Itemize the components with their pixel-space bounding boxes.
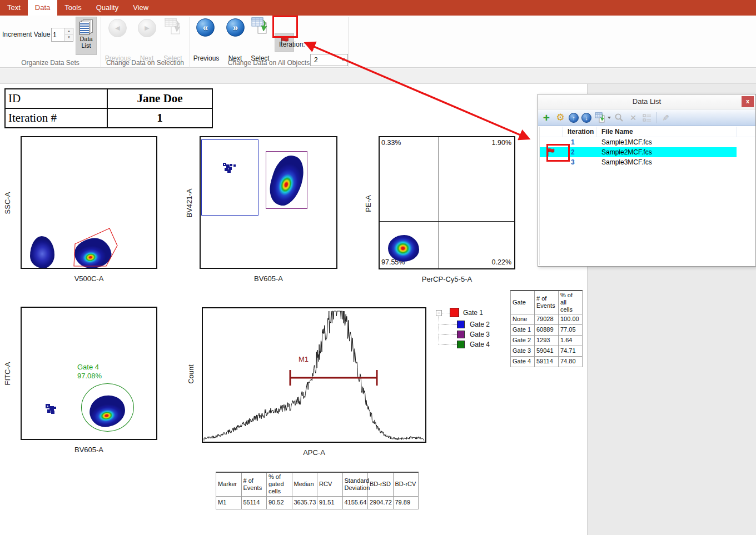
spinner-down-icon[interactable]: ▼ (65, 34, 73, 41)
export-icon[interactable] (594, 112, 605, 123)
data-list-row[interactable]: 1Sample1MCF.fcs (540, 137, 755, 147)
id-info-table: ID Jane Doe Iteration # 1 (4, 88, 213, 128)
data-list-title: Data List (538, 97, 755, 106)
increment-value-label: Increment Value (2, 31, 51, 38)
move-down-icon[interactable]: ↓ (581, 113, 591, 123)
table-cell: Gate 2 (511, 335, 535, 346)
tree-line (439, 324, 457, 325)
previous-selection-button-disabled: ◀ (108, 19, 127, 37)
table-row: Gate 212931.64 (511, 335, 583, 346)
tab-quality[interactable]: Quality (89, 0, 126, 16)
tree-collapse-icon[interactable]: − (436, 310, 442, 316)
sparse-population-dots (47, 406, 48, 407)
gate-color-swatch[interactable] (457, 341, 465, 348)
info-id-label: ID (5, 89, 107, 108)
quadrant-divider-vertical[interactable] (439, 137, 439, 268)
polygon-gate[interactable] (22, 137, 156, 268)
gate-color-swatch[interactable] (457, 321, 465, 328)
move-up-icon[interactable]: ↑ (569, 113, 579, 123)
table-cell: 59114 (535, 356, 559, 367)
table-cell: 4155.64 (342, 496, 368, 509)
plot-ssc-v500c[interactable] (21, 136, 157, 269)
data-list-row[interactable]: 2Sample2MCF.fcs (540, 147, 755, 157)
plot2-y-axis-label: BV421-A (185, 184, 193, 223)
previous-all-button[interactable]: « (196, 18, 215, 37)
search-icon (614, 112, 625, 123)
spill-cell (737, 137, 755, 147)
flag-column-header[interactable] (540, 127, 563, 137)
column-header: % of all cells (559, 291, 583, 314)
data-list-button-label-2: List (76, 42, 96, 49)
gear-icon[interactable]: ⚙ (555, 112, 566, 123)
iteration-column-header[interactable]: Iteration (563, 127, 597, 137)
ribbon-canvas-gap (0, 68, 756, 84)
chevron-down-icon[interactable] (608, 117, 611, 119)
delete-icon: × (628, 112, 639, 123)
plot1-x-axis-label: V500C-A (21, 274, 157, 283)
data-list-row[interactable]: 3Sample3MCF.fcs (540, 157, 755, 167)
filename-cell[interactable]: Sample1MCF.fcs (597, 137, 737, 147)
plot4-y-axis-label: FITC-A (3, 358, 12, 389)
plot-bv421-bv605[interactable] (200, 136, 337, 269)
ribbon-tab-bar: TextDataToolsQualityView (0, 0, 756, 16)
table-row: M15511490.523635.7391.514155.642904.7279… (216, 496, 419, 509)
rectangle-gate-blue[interactable] (201, 139, 258, 216)
plot-fitc-bv605[interactable]: Gate 4 97.08% (21, 307, 157, 440)
quadrant-percent-upper-left: 0.33% (381, 139, 401, 147)
table-cell: 1.64 (559, 335, 583, 346)
annotation-box-list-flag (546, 144, 570, 162)
tab-tools[interactable]: Tools (57, 0, 88, 16)
increment-value-spinner[interactable]: ▲ ▼ (51, 28, 73, 42)
filename-cell[interactable]: Sample3MCF.fcs (597, 157, 737, 167)
plot5-x-axis-label: APC-A (202, 448, 426, 457)
gate4-label: Gate 4 (77, 363, 99, 372)
info-id-value: Jane Doe (107, 89, 212, 108)
plot3-y-axis-label: PE-A (364, 190, 372, 218)
tab-view[interactable]: View (126, 0, 156, 16)
tab-text[interactable]: Text (0, 0, 28, 16)
data-list-button[interactable]: Data List (76, 17, 97, 55)
table-cell: Gate 3 (511, 346, 535, 356)
gate-color-swatch[interactable] (457, 331, 465, 338)
gate-legend-label: Gate 1 (463, 309, 483, 317)
add-icon[interactable]: + (541, 112, 552, 123)
column-header: Marker (216, 472, 242, 496)
plot5-y-axis-label: Count (187, 359, 195, 390)
table-row: Gate 35904174.71 (511, 346, 583, 356)
table-cell: 2904.72 (368, 496, 394, 509)
filename-cell[interactable]: Sample2MCF.fcs (597, 147, 737, 157)
group-label-organize: Organize Data Sets (0, 59, 101, 67)
table-row: Gate 16088977.05 (511, 324, 583, 335)
table-cell: 74.80 (559, 356, 583, 367)
m1-marker[interactable] (290, 370, 377, 386)
increment-value-input[interactable] (53, 29, 64, 40)
close-icon[interactable]: x (742, 96, 754, 107)
group-label-all-objects: Change Data on All Objects (190, 59, 348, 67)
gate-color-swatch[interactable] (450, 308, 459, 317)
tab-data[interactable]: Data (28, 0, 57, 16)
data-list-button-label-1: Data (76, 36, 96, 42)
plot-pe-percp[interactable]: 0.33% 1.90% 97.55% 0.22% (379, 136, 515, 269)
data-list-icon (79, 19, 93, 35)
select-all-icon[interactable] (251, 17, 268, 37)
histogram-curve (203, 308, 425, 442)
tree-line (439, 314, 439, 344)
quadrant-divider-horizontal[interactable] (380, 221, 514, 222)
next-all-button[interactable]: » (226, 18, 245, 37)
ribbon: Increment Value ▲ ▼ Data List ◀ Previous… (0, 16, 756, 68)
data-list-titlebar[interactable]: Data List x (538, 94, 755, 109)
column-header: % of gated cells (267, 472, 292, 496)
data-list-header-row[interactable]: Iteration File Name (540, 127, 755, 137)
tree-line (439, 334, 457, 335)
spinner-up-icon[interactable]: ▲ (65, 28, 73, 34)
plot-histogram-apc[interactable]: M1 (202, 307, 426, 443)
table-cell: 1293 (535, 335, 559, 346)
column-header: Standard Deviation (342, 472, 368, 496)
properties-icon (641, 112, 653, 123)
quadrant-percent-upper-right: 1.90% (492, 139, 511, 147)
table-cell: 60889 (535, 324, 559, 335)
next-selection-button-disabled: ▶ (138, 19, 156, 37)
table-cell: 79.89 (393, 496, 419, 509)
filename-column-header[interactable]: File Name (597, 127, 737, 137)
spill-cell (737, 147, 755, 157)
